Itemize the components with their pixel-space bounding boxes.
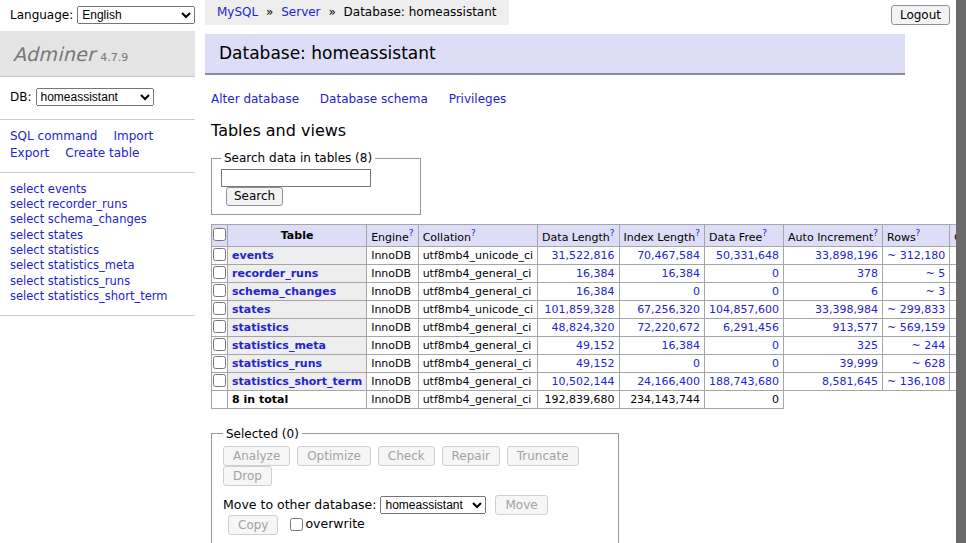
index-length-link[interactable]: 67,256,320	[637, 303, 700, 316]
rows-count-link[interactable]: ~ 628	[911, 357, 945, 370]
move-database-select[interactable]: homeassistant	[380, 496, 486, 514]
auto-increment-link[interactable]: 6	[871, 285, 878, 298]
breadcrumb-mysql-link[interactable]: MySQL	[217, 5, 258, 19]
auto-increment-link[interactable]: 33,898,196	[815, 249, 878, 262]
index-length-link[interactable]: 70,467,584	[637, 249, 700, 262]
data-length-cell: 31,522,816	[538, 246, 619, 264]
column-header-rows: Rows?	[883, 225, 950, 247]
breadcrumb-server-link[interactable]: Server	[281, 5, 320, 19]
data-free-link[interactable]: 50,331,648	[716, 249, 779, 262]
rows-count-link[interactable]: ~ 299,833	[887, 303, 945, 316]
collation-cell: utf8mb4_general_ci	[418, 318, 537, 336]
index-length-link[interactable]: 16,384	[662, 267, 701, 280]
auto-increment-cell: 913,577	[784, 318, 883, 336]
language-select[interactable]: English	[77, 6, 195, 24]
select-table-link[interactable]: select states	[10, 228, 185, 243]
auto-increment-link[interactable]: 39,999	[840, 357, 879, 370]
select-table-link[interactable]: select events	[10, 182, 185, 197]
select-table-link[interactable]: select recorder_runs	[10, 197, 185, 212]
index-length-link[interactable]: 72,220,672	[637, 321, 700, 334]
help-icon[interactable]: ?	[916, 228, 921, 238]
data-free-link[interactable]: 6,291,456	[723, 321, 779, 334]
help-icon[interactable]: ?	[762, 228, 767, 238]
table-name-link[interactable]: schema_changes	[232, 285, 336, 298]
table-name-link[interactable]: statistics_meta	[232, 339, 326, 352]
help-icon[interactable]: ?	[873, 228, 878, 238]
table-name-link[interactable]: statistics_runs	[232, 357, 322, 370]
data-length-link[interactable]: 49,152	[576, 339, 615, 352]
data-free-link[interactable]: 0	[772, 357, 779, 370]
data-length-cell: 48,824,320	[538, 318, 619, 336]
db-select[interactable]: homeassistant	[36, 88, 154, 106]
table-name-link[interactable]: statistics_short_term	[232, 375, 362, 388]
row-select-checkbox[interactable]	[213, 356, 226, 369]
table-name-link[interactable]: recorder_runs	[232, 267, 318, 280]
row-select-cell	[212, 300, 228, 318]
rows-count-link[interactable]: ~ 312,180	[887, 249, 945, 262]
auto-increment-link[interactable]: 33,398,984	[815, 303, 878, 316]
privileges-link[interactable]: Privileges	[449, 92, 507, 106]
data-free-cell: 0	[705, 354, 784, 372]
rows-count-link[interactable]: ~ 136,108	[887, 375, 945, 388]
row-select-checkbox[interactable]	[213, 374, 226, 387]
import-link[interactable]: Import	[113, 129, 153, 143]
select-table-link[interactable]: select statistics_short_term	[10, 289, 185, 304]
index-length-link[interactable]: 16,384	[662, 339, 701, 352]
create-table-link[interactable]: Create table	[65, 146, 139, 160]
help-icon[interactable]: ?	[695, 228, 700, 238]
row-select-checkbox[interactable]	[213, 248, 226, 261]
export-link[interactable]: Export	[10, 146, 49, 160]
sql-command-link[interactable]: SQL command	[10, 129, 97, 143]
help-icon[interactable]: ?	[471, 228, 476, 238]
select-table-link[interactable]: select statistics_runs	[10, 274, 185, 289]
rows-count-link[interactable]: ~ 3	[925, 285, 945, 298]
help-icon[interactable]: ?	[409, 228, 414, 238]
data-length-link[interactable]: 16,384	[576, 267, 615, 280]
select-table-link[interactable]: select statistics	[10, 243, 185, 258]
table-name-link[interactable]: statistics	[232, 321, 289, 334]
database-schema-link[interactable]: Database schema	[320, 92, 428, 106]
table-name-link[interactable]: states	[232, 303, 271, 316]
db-label: DB:	[10, 90, 32, 104]
data-length-link[interactable]: 16,384	[576, 285, 615, 298]
data-free-link[interactable]: 0	[772, 339, 779, 352]
data-free-link[interactable]: 0	[772, 267, 779, 280]
row-select-checkbox[interactable]	[213, 338, 226, 351]
data-length-link[interactable]: 101,859,328	[545, 303, 615, 316]
auto-increment-link[interactable]: 325	[857, 339, 878, 352]
table-name-cell: statistics_meta	[228, 336, 367, 354]
index-length-link[interactable]: 0	[693, 357, 700, 370]
data-length-link[interactable]: 10,502,144	[552, 375, 615, 388]
select-table-link[interactable]: select schema_changes	[10, 212, 185, 227]
row-select-checkbox[interactable]	[213, 320, 226, 333]
logout-button[interactable]: Logout	[891, 5, 950, 25]
index-length-link[interactable]: 24,166,400	[637, 375, 700, 388]
data-length-link[interactable]: 49,152	[576, 357, 615, 370]
rows-count-link[interactable]: ~ 5	[925, 267, 945, 280]
vertical-scrollbar[interactable]	[956, 0, 966, 543]
auto-increment-link[interactable]: 378	[857, 267, 878, 280]
select-table-link[interactable]: select statistics_meta	[10, 258, 185, 273]
data-free-link[interactable]: 0	[772, 285, 779, 298]
auto-increment-link[interactable]: 913,577	[833, 321, 879, 334]
auto-increment-link[interactable]: 8,581,645	[822, 375, 878, 388]
rows-cell: ~ 5	[883, 264, 950, 282]
data-free-link[interactable]: 104,857,600	[709, 303, 779, 316]
data-length-link[interactable]: 31,522,816	[552, 249, 615, 262]
data-free-link[interactable]: 188,743,680	[709, 375, 779, 388]
row-select-checkbox[interactable]	[213, 284, 226, 297]
engine-cell: InnoDB	[367, 354, 418, 372]
data-length-link[interactable]: 48,824,320	[552, 321, 615, 334]
index-length-link[interactable]: 0	[693, 285, 700, 298]
search-input[interactable]	[221, 169, 371, 187]
select-all-checkbox[interactable]	[213, 228, 226, 241]
row-select-checkbox[interactable]	[213, 266, 226, 279]
help-icon[interactable]: ?	[610, 228, 615, 238]
overwrite-checkbox[interactable]	[290, 518, 303, 531]
rows-count-link[interactable]: ~ 244	[911, 339, 945, 352]
table-name-link[interactable]: events	[232, 249, 274, 262]
alter-database-link[interactable]: Alter database	[211, 92, 299, 106]
row-select-checkbox[interactable]	[213, 302, 226, 315]
search-button[interactable]: Search	[226, 187, 283, 206]
rows-count-link[interactable]: ~ 569,159	[887, 321, 945, 334]
